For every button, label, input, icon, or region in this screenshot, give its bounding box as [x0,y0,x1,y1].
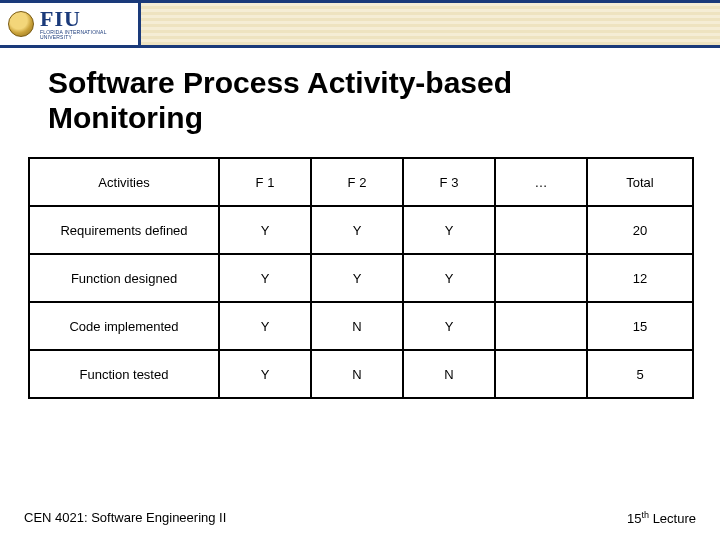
footer-lecture-word: Lecture [649,511,696,526]
title-line-1: Software Process Activity-based [48,66,512,99]
cell-f1: Y [219,206,311,254]
cell-f3: Y [403,206,495,254]
col-total: Total [587,158,693,206]
cell-f3: Y [403,302,495,350]
cell-dots [495,206,587,254]
col-activities: Activities [29,158,219,206]
cell-f1: Y [219,302,311,350]
slide-footer: CEN 4021: Software Engineering II 15th L… [24,510,696,526]
table-header-row: Activities F 1 F 2 F 3 … Total [29,158,693,206]
cell-dots [495,254,587,302]
cell-activity: Code implemented [29,302,219,350]
cell-activity: Requirements defined [29,206,219,254]
cell-f3: Y [403,254,495,302]
slide-header: FIU FLORIDA INTERNATIONAL UNIVERSITY [0,0,720,48]
university-seal-icon [8,11,34,37]
cell-f1: Y [219,254,311,302]
cell-f2: N [311,350,403,398]
cell-f2: Y [311,206,403,254]
footer-right: 15th Lecture [627,510,696,526]
cell-f1: Y [219,350,311,398]
col-f3: F 3 [403,158,495,206]
logo-block: FIU FLORIDA INTERNATIONAL UNIVERSITY [0,3,141,45]
cell-dots [495,350,587,398]
col-dots: … [495,158,587,206]
cell-f2: Y [311,254,403,302]
title-line-2: Monitoring [48,101,203,134]
footer-left: CEN 4021: Software Engineering II [24,510,226,526]
cell-activity: Function designed [29,254,219,302]
cell-dots [495,302,587,350]
logo-subtext: FLORIDA INTERNATIONAL UNIVERSITY [40,30,138,40]
cell-activity: Function tested [29,350,219,398]
activity-table: Activities F 1 F 2 F 3 … Total Requireme… [28,157,694,399]
col-f1: F 1 [219,158,311,206]
table-row: Requirements defined Y Y Y 20 [29,206,693,254]
cell-total: 20 [587,206,693,254]
col-f2: F 2 [311,158,403,206]
cell-f3: N [403,350,495,398]
footer-ordinal: th [642,510,650,520]
cell-f2: N [311,302,403,350]
cell-total: 15 [587,302,693,350]
table-row: Code implemented Y N Y 15 [29,302,693,350]
table-row: Function tested Y N N 5 [29,350,693,398]
footer-lecture-num: 15 [627,511,641,526]
cell-total: 5 [587,350,693,398]
logo-acronym: FIU [40,8,138,30]
slide-title: Software Process Activity-based Monitori… [48,66,720,135]
cell-total: 12 [587,254,693,302]
logo-text-wrap: FIU FLORIDA INTERNATIONAL UNIVERSITY [40,8,138,40]
table-row: Function designed Y Y Y 12 [29,254,693,302]
